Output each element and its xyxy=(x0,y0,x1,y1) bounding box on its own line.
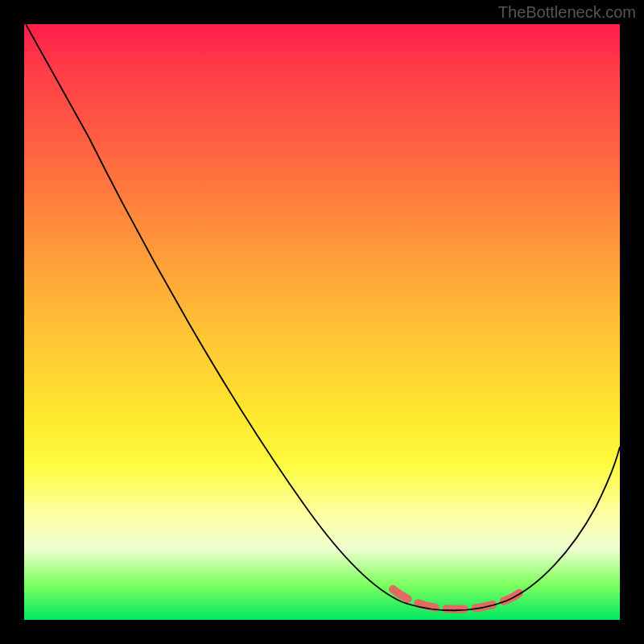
optimal-valley-highlight xyxy=(393,589,522,609)
watermark-text: TheBottleneck.com xyxy=(498,3,636,22)
chart-plot-area xyxy=(24,24,620,620)
chart-svg xyxy=(24,24,620,620)
bottleneck-curve xyxy=(26,24,620,610)
